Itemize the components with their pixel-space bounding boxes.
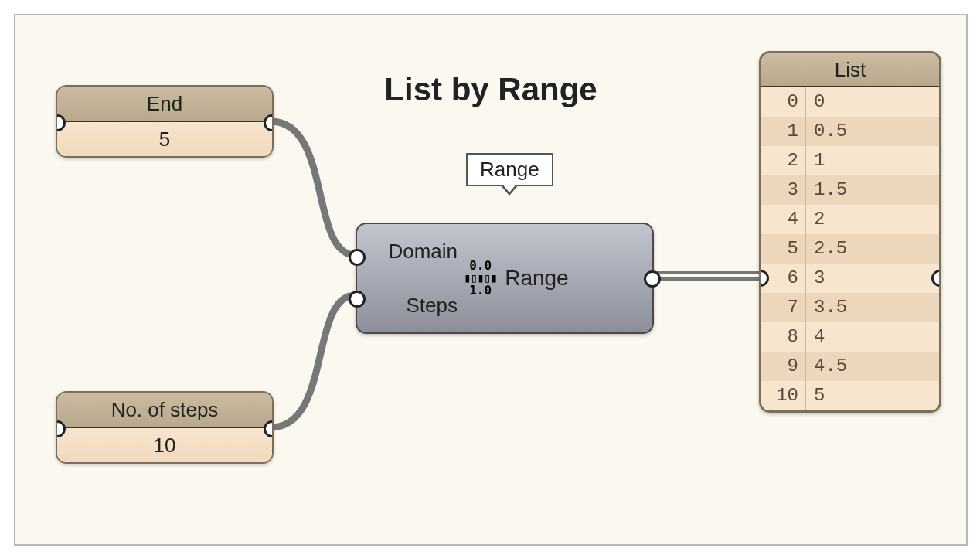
- list-row-value: 2: [806, 205, 939, 234]
- list-row-value: 4: [806, 322, 939, 352]
- list-row-value: 2.5: [806, 234, 939, 264]
- end-node[interactable]: End 5: [56, 85, 274, 158]
- steps-node-value: 10: [57, 428, 272, 462]
- list-row: 94.5: [761, 352, 939, 381]
- list-row-value: 1: [806, 146, 939, 175]
- list-panel-body: 0010.52131.54252.56373.58494.5105: [761, 87, 939, 410]
- end-node-value: 5: [57, 122, 272, 156]
- steps-node[interactable]: No. of steps 10: [56, 391, 274, 464]
- list-row-index: 8: [761, 322, 806, 352]
- range-input-steps-label: Steps: [357, 294, 458, 318]
- list-row-index: 9: [761, 352, 806, 381]
- diagram-frame: List by Range End 5 No. of steps 10 Rang…: [14, 14, 968, 546]
- steps-node-label: No. of steps: [57, 393, 272, 428]
- list-row-value: 0: [806, 87, 939, 117]
- list-panel[interactable]: List 0010.52131.54252.56373.58494.5105: [759, 51, 941, 413]
- list-panel-header: List: [761, 53, 939, 87]
- list-row-value: 1.5: [806, 175, 939, 205]
- list-row-value: 4.5: [806, 352, 939, 381]
- list-row-index: 1: [761, 117, 806, 146]
- list-row: 105: [761, 381, 939, 410]
- diagram-title: List by Range: [384, 71, 597, 108]
- list-row-index: 5: [761, 234, 806, 264]
- list-row: 21: [761, 146, 939, 175]
- list-row-index: 2: [761, 146, 806, 175]
- list-row-index: 10: [761, 381, 806, 410]
- range-input-domain-label: Domain: [357, 240, 458, 264]
- list-row-value: 3: [806, 264, 939, 293]
- range-output-label: Range: [497, 266, 652, 291]
- range-icon: 0.0 ▮▯▮▯▮ 1.0: [464, 260, 497, 297]
- list-row: 52.5: [761, 234, 939, 264]
- range-tooltip: Range: [466, 153, 553, 186]
- list-row-value: 5: [806, 381, 939, 410]
- list-row-value: 3.5: [806, 293, 939, 322]
- end-node-label: End: [57, 87, 272, 122]
- range-domain-port[interactable]: [349, 249, 366, 266]
- list-row-index: 3: [761, 175, 806, 205]
- range-node[interactable]: Domain Steps 0.0 ▮▯▮▯▮ 1.0 Range: [356, 223, 654, 334]
- list-row: 73.5: [761, 293, 939, 322]
- list-row-index: 4: [761, 205, 806, 234]
- list-row: 10.5: [761, 117, 939, 146]
- list-row-value: 0.5: [806, 117, 939, 146]
- list-row: 00: [761, 87, 939, 117]
- list-row: 42: [761, 205, 939, 234]
- list-row: 31.5: [761, 175, 939, 205]
- list-row-index: 7: [761, 293, 806, 322]
- range-steps-port[interactable]: [349, 291, 366, 308]
- list-row: 84: [761, 322, 939, 352]
- range-output-port[interactable]: [644, 270, 661, 288]
- list-row-index: 0: [761, 87, 806, 117]
- list-row: 63: [761, 264, 939, 293]
